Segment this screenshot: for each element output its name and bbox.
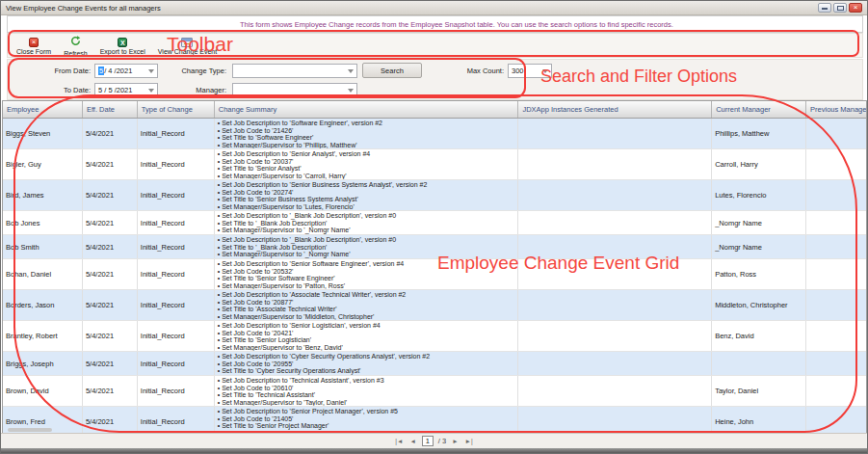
filters-annotation-box xyxy=(8,58,526,98)
record-navigation-bar: |◄ ◄ 1 / 3 ► ►| xyxy=(1,433,867,448)
restore-button[interactable] xyxy=(833,3,847,13)
close-window-button[interactable]: × xyxy=(849,3,862,13)
title-bar: View Employee Change Events for all mana… xyxy=(1,1,867,15)
restore-icon xyxy=(837,6,844,11)
window-controls: × xyxy=(818,3,862,13)
minimize-button[interactable] xyxy=(818,3,831,13)
previous-page-button[interactable]: ◄ xyxy=(408,438,416,444)
grid-annotation-box xyxy=(13,94,857,433)
minimize-icon xyxy=(822,8,828,10)
page-total-label: / 3 xyxy=(438,437,446,445)
window-title: View Employee Change Events for all mana… xyxy=(6,4,161,13)
toolbar-annotation-label: Toolbar xyxy=(167,33,233,56)
toolbar-annotation-box xyxy=(8,30,859,57)
app-window: View Employee Change Events for all mana… xyxy=(0,0,868,454)
grid-annotation-label: Employee Change Event Grid xyxy=(437,253,679,274)
column-header-previous-manager[interactable]: Previous Manager xyxy=(806,101,866,118)
last-page-button[interactable]: ►| xyxy=(464,438,474,444)
horizontal-scrollbar-thumb[interactable] xyxy=(8,428,52,432)
next-page-button[interactable]: ► xyxy=(451,438,459,444)
info-message-text: This form shows Employee Change records … xyxy=(8,20,673,29)
window-bottom-edge xyxy=(1,448,867,454)
close-icon: × xyxy=(854,3,858,12)
first-page-button[interactable]: |◄ xyxy=(394,438,404,444)
filters-annotation-label: Search and Filter Options xyxy=(540,67,737,87)
current-page-field[interactable]: 1 xyxy=(422,436,434,446)
